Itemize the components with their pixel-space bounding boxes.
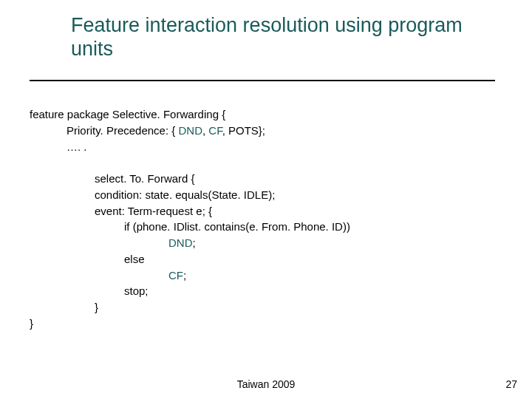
code-line: }: [95, 299, 502, 316]
code-text: , POTS};: [222, 124, 265, 137]
page-number: 27: [505, 378, 517, 390]
code-line: condition: state. equals(State. IDLE);: [95, 187, 502, 203]
title-wrap: Feature interaction resolution using pro…: [71, 13, 470, 61]
code-text: event: Term-request e; {: [95, 205, 212, 217]
code-keyword: CF: [208, 124, 222, 137]
code-text: stop;: [124, 284, 149, 297]
code-text: if (phone. IDlist. contains(e. From. Pho…: [124, 220, 350, 233]
code-text: ;: [193, 236, 196, 249]
code-keyword: CF: [168, 269, 183, 282]
title-underline: [30, 80, 495, 81]
code-line: …. .: [66, 139, 502, 155]
code-text: ;: [183, 269, 186, 282]
code-line: }: [30, 316, 502, 332]
code-text: }: [95, 301, 98, 313]
footer-text: Taiwan 2009: [0, 378, 532, 390]
code-text: }: [30, 317, 33, 330]
code-text: else: [124, 253, 145, 265]
code-line: DND;: [168, 235, 502, 251]
code-keyword: DND: [168, 236, 193, 249]
code-text: feature package Selective. Forwarding {: [30, 108, 225, 120]
code-block: feature package Selective. Forwarding { …: [30, 106, 502, 332]
code-line: stop;: [124, 283, 502, 299]
slide-title: Feature interaction resolution using pro…: [71, 13, 470, 61]
code-line: CF;: [168, 267, 502, 284]
slide: Feature interaction resolution using pro…: [0, 0, 532, 399]
code-line: select. To. Forward {: [95, 171, 502, 187]
code-line: feature package Selective. Forwarding {: [30, 106, 502, 123]
code-text: select. To. Forward {: [95, 172, 195, 185]
code-text: condition: state. equals(State. IDLE);: [95, 188, 275, 201]
code-keyword: DND: [178, 124, 202, 137]
code-text: …. .: [66, 140, 87, 153]
code-line: Priority. Precedence: { DND, CF, POTS};: [66, 123, 502, 139]
code-line: event: Term-request e; {: [95, 203, 502, 219]
code-text: Priority. Precedence: {: [66, 124, 178, 137]
code-line: if (phone. IDlist. contains(e. From. Pho…: [124, 219, 502, 235]
code-line: else: [124, 251, 502, 267]
